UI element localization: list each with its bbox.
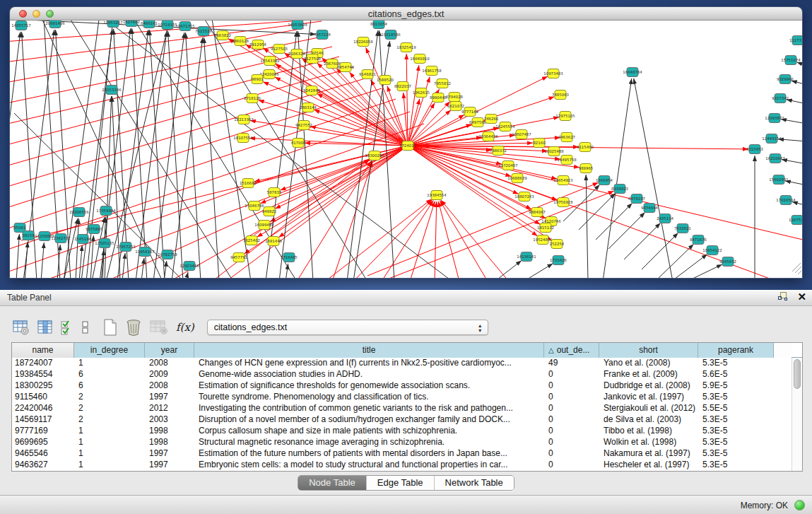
graph-node[interactable]: 6479197 [628, 194, 645, 204]
graph-node[interactable]: 1815132 [537, 223, 554, 233]
graph-node[interactable]: 746266 [484, 115, 499, 124]
function-builder-icon[interactable]: f(x) [176, 321, 194, 334]
graph-node[interactable]: 10654122 [702, 246, 722, 255]
graph-node[interactable]: 19218586 [381, 30, 401, 40]
graph-node[interactable]: 39159 [22, 231, 35, 240]
graph-node[interactable]: 16245554 [495, 122, 515, 132]
graph-node[interactable]: 949822 [262, 207, 277, 216]
close-panel-icon[interactable]: ✕ [797, 292, 806, 301]
graph-node[interactable]: 9227342 [772, 94, 789, 103]
graph-node[interactable]: 9975887 [86, 225, 102, 234]
table-scrollbar[interactable] [792, 358, 802, 471]
graph-node[interactable]: 1691448 [265, 237, 283, 246]
graph-node[interactable]: 12093873 [765, 114, 784, 123]
graph-node[interactable]: 16648784 [623, 68, 642, 77]
table-row[interactable]: 946554611997Estimation of the future num… [12, 448, 802, 460]
graph-node[interactable]: 12923448 [180, 262, 199, 271]
graph-node[interactable]: 7485063 [552, 90, 569, 100]
column-header-name[interactable]: name [12, 343, 74, 358]
graph-node[interactable]: 14136141 [517, 252, 536, 262]
graph-node[interactable]: 10607487 [512, 130, 531, 139]
graph-node[interactable]: 10653267 [103, 21, 122, 28]
graph-node[interactable]: 1733426 [550, 256, 567, 265]
graph-node[interactable]: 1117310 [789, 36, 802, 45]
table-row[interactable]: 977716911998Corpus callosum shape and si… [12, 426, 802, 437]
graph-node[interactable]: 6794028 [446, 93, 464, 102]
network-table-select[interactable]: citations_edges.txt ▲▼ [207, 320, 488, 335]
resize-grip-icon[interactable] [792, 263, 801, 274]
graph-node[interactable]: 9245652 [719, 257, 736, 267]
delete-table-icon[interactable] [150, 320, 168, 335]
graph-node[interactable]: 19654923 [553, 176, 572, 185]
graph-node[interactable]: 1167533 [789, 216, 802, 225]
graph-node[interactable]: 7857224 [314, 30, 331, 40]
table-row[interactable]: 1872400712008Changes of HCN gene express… [12, 358, 802, 369]
graph-node[interactable]: 5716485 [281, 253, 298, 262]
tab-node-table[interactable]: Node Table [298, 476, 366, 490]
graph-node[interactable]: 9329966 [777, 75, 794, 84]
memory-status-led-icon[interactable] [794, 500, 805, 510]
graph-node[interactable]: 1545194 [74, 235, 92, 244]
table-row[interactable]: 946362711997Embryonic stem cells: a mode… [12, 460, 802, 471]
table-row[interactable]: 1938455462009Genome-wide association stu… [12, 369, 802, 380]
graph-node[interactable]: 10688639 [507, 174, 527, 183]
network-graph-canvas[interactable]: 1405571720691406106532671527602646616110… [10, 21, 802, 278]
graph-node[interactable]: 1588520 [377, 76, 394, 85]
graph-node[interactable]: 20364436 [478, 132, 498, 141]
column-header-in-degree[interactable]: in_degree [74, 343, 145, 358]
graph-node[interactable]: 16640910 [410, 54, 430, 64]
graph-node[interactable]: 8990448 [430, 93, 447, 103]
graph-node[interactable]: 1640954 [596, 176, 613, 185]
graph-node[interactable]: 98901 [251, 75, 263, 84]
graph-node[interactable]: 9115460 [577, 143, 594, 152]
graph-node[interactable]: 7663822 [214, 31, 231, 40]
graph-node[interactable]: 9860128 [232, 37, 249, 46]
graph-node[interactable]: 16495758 [557, 156, 577, 165]
graph-node[interactable]: 18325419 [396, 43, 416, 52]
graph-node[interactable]: 8822037 [394, 82, 411, 91]
column-header-pagerank[interactable]: pagerank [698, 343, 774, 358]
column-header-short[interactable]: short [599, 343, 698, 358]
graph-node[interactable]: 9127503 [271, 45, 288, 54]
graph-node[interactable]: 15751074 [781, 56, 801, 65]
graph-node[interactable]: 17016504 [776, 196, 796, 205]
show-columns-icon[interactable] [37, 320, 53, 335]
graph-node[interactable]: 8186328 [288, 49, 306, 59]
graph-node[interactable]: 9457791 [230, 253, 247, 262]
graph-node[interactable]: 2718126 [244, 94, 261, 103]
graph-node[interactable]: 6466161 [141, 21, 158, 28]
graph-node[interactable]: 20691406 [45, 21, 65, 28]
table-row[interactable]: 2242004622012Investigating the contribut… [12, 403, 802, 414]
graph-node[interactable]: 9146821 [359, 70, 376, 79]
table-row[interactable]: 1830029562008Estimation of significance … [12, 380, 802, 392]
clear-selection-icon[interactable] [81, 320, 90, 335]
graph-node[interactable]: 8215953 [746, 145, 763, 154]
close-window-button[interactable] [19, 10, 27, 18]
float-panel-icon[interactable] [778, 292, 787, 301]
delete-icon[interactable] [125, 319, 142, 336]
new-object-icon[interactable] [103, 319, 117, 336]
graph-node[interactable]: 8471676 [690, 235, 707, 245]
graph-node[interactable]: 587833 [267, 188, 282, 197]
graph-node[interactable]: 10025488 [544, 147, 564, 156]
column-header-title[interactable]: title [194, 343, 544, 358]
graph-node[interactable]: 19958167 [135, 247, 154, 257]
table-settings-icon[interactable] [13, 320, 30, 335]
graph-node[interactable]: 19384554 [427, 191, 447, 200]
graph-node[interactable]: 8912954 [249, 40, 267, 49]
graph-node[interactable]: 252254 [550, 240, 565, 249]
minimize-window-button[interactable] [33, 10, 40, 18]
graph-node[interactable]: 16961758 [422, 66, 442, 76]
graph-node[interactable]: 14055717 [11, 21, 30, 30]
table-row[interactable]: 1456911722003Disruption of a novel membe… [12, 414, 802, 426]
graph-node[interactable]: 9884067 [529, 208, 546, 217]
zoom-window-button[interactable] [46, 10, 54, 18]
column-header-year[interactable]: year [145, 343, 194, 358]
select-all-icon[interactable] [61, 320, 73, 335]
graph-node[interactable]: 1362615 [413, 88, 430, 98]
graph-node[interactable]: 989965 [579, 164, 594, 173]
table-row[interactable]: 911546021997Tourette syndrome. Phenomeno… [12, 392, 802, 403]
graph-node[interactable]: 12213363 [234, 115, 253, 124]
graph-node[interactable]: 7986372 [490, 146, 507, 156]
graph-node[interactable]: 7955812 [434, 79, 451, 88]
